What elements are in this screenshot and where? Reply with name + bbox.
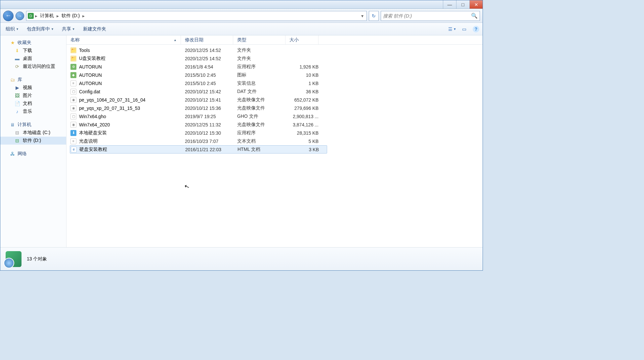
sidebar-item-drive-c[interactable]: ⊟ 本地磁盘 (C:)	[0, 129, 66, 137]
header-date[interactable]: 修改日期	[181, 35, 233, 44]
item-label: 文档	[23, 101, 32, 107]
sidebar-computer-header[interactable]: 🖥 计算机	[0, 121, 66, 129]
help-icon: ?	[473, 26, 479, 32]
sidebar-item-music[interactable]: ♪ 音乐	[0, 108, 66, 115]
file-type: GHO 文件	[237, 113, 289, 119]
explorer-window: — □ ✕ ← → D ▸ 计算机 ▸ 软件 (D:) ▸ ▾ ↻ 🔍 组织 ▼…	[0, 0, 483, 271]
share-button[interactable]: 共享 ▼	[59, 25, 78, 33]
file-size: 2,900,813 ...	[289, 114, 322, 119]
file-row[interactable]: ⚙AUTORUN2016/1/8 4:54应用程序1,926 KB	[66, 63, 483, 71]
preview-pane-button[interactable]: ▭	[459, 24, 469, 34]
sidebar-item-recent[interactable]: ⟳ 最近访问的位置	[0, 63, 66, 70]
file-name: 本地硬盘安装	[79, 130, 107, 136]
item-label: 图片	[23, 93, 32, 99]
file-area: 名称 ▲ 修改日期 类型 大小 📁Tools2020/12/25 14:52文件…	[66, 35, 483, 247]
file-list[interactable]: 📁Tools2020/12/25 14:52文件夹📁U盘安装教程2020/12/…	[66, 45, 483, 247]
sidebar-library-header[interactable]: 🗂 库	[0, 76, 66, 84]
file-type: 安装信息	[237, 80, 289, 86]
sidebar-favorites-header[interactable]: ★ 收藏夹	[0, 39, 66, 47]
maximize-button[interactable]: □	[456, 0, 469, 9]
file-size: 1 KB	[289, 81, 322, 86]
file-date: 2016/11/21 22:03	[185, 147, 237, 152]
computer-label: 计算机	[18, 122, 31, 128]
file-type-icon: ◉	[70, 97, 76, 103]
file-type: 文本文档	[237, 138, 289, 144]
file-row[interactable]: 📁U盘安装教程2020/12/25 14:52文件夹	[66, 54, 483, 63]
file-name: Config.dat	[79, 89, 100, 94]
picture-icon: 🖼	[14, 93, 20, 98]
file-row[interactable]: ≡光盘说明2016/10/23 7:07文本文档5 KB	[66, 137, 483, 145]
toolbar-right: ☰ ▼ ▭ ?	[448, 24, 481, 34]
header-size[interactable]: 大小	[285, 35, 319, 44]
file-date: 2016/1/8 4:54	[185, 64, 237, 69]
file-date: 2019/9/7 19:25	[185, 114, 237, 119]
file-row[interactable]: ◉Win7x64_20202020/12/25 11:32光盘映像文件3,874…	[66, 120, 483, 129]
sidebar-computer-group: 🖥 计算机 ⊟ 本地磁盘 (C:) ⊟ 软件 (D:)	[0, 121, 66, 145]
nav-back-button[interactable]: ←	[3, 11, 14, 21]
file-type-icon: 📁	[70, 47, 76, 53]
new-folder-button[interactable]: 新建文件夹	[80, 25, 109, 33]
search-icon[interactable]: 🔍	[471, 13, 478, 19]
file-size: 1,926 KB	[289, 64, 322, 69]
file-name: Win7x64_2020	[79, 122, 110, 127]
breadcrumb-arrow-icon: ▸	[34, 13, 38, 19]
help-button[interactable]: ?	[471, 24, 481, 34]
sidebar-library-group: 🗂 库 ▶ 视频 🖼 图片 📄 文档 ♪ 音乐	[0, 76, 66, 115]
new-folder-label: 新建文件夹	[83, 26, 106, 32]
content-area: ★ 收藏夹 ⬇ 下载 ▬ 桌面 ⟳ 最近访问的位置 🗂	[0, 35, 483, 247]
chevron-down-icon: ▼	[16, 27, 19, 31]
file-row[interactable]: e硬盘安装教程2016/11/21 22:03HTML 文档3 KB	[70, 145, 327, 154]
file-row[interactable]: ◉pe_yqs_1064_20_07_31_16_042020/10/12 15…	[66, 96, 483, 104]
file-type: HTML 文档	[237, 147, 290, 153]
address-dropdown-icon[interactable]: ▾	[359, 13, 365, 19]
file-name: Win7x64.gho	[79, 114, 106, 119]
sidebar: ★ 收藏夹 ⬇ 下载 ▬ 桌面 ⟳ 最近访问的位置 🗂	[0, 35, 66, 247]
sidebar-item-drive-d[interactable]: ⊟ 软件 (D:)	[0, 137, 66, 145]
sidebar-item-downloads[interactable]: ⬇ 下载	[0, 47, 66, 55]
file-date: 2020/12/25 14:52	[185, 56, 237, 61]
file-type-icon: ▢	[70, 113, 76, 119]
sidebar-item-documents[interactable]: 📄 文档	[0, 100, 66, 108]
file-type-icon: ◆	[70, 72, 76, 78]
header-name[interactable]: 名称 ▲	[66, 35, 181, 44]
sidebar-network-header[interactable]: 🖧 网络	[0, 150, 66, 158]
minimize-button[interactable]: —	[443, 0, 456, 9]
file-size: 36 KB	[289, 89, 322, 94]
breadcrumb-drive[interactable]: 软件 (D:)	[60, 12, 81, 20]
sidebar-item-desktop[interactable]: ▬ 桌面	[0, 55, 66, 63]
close-button[interactable]: ✕	[469, 0, 483, 9]
file-row[interactable]: ◆AUTORUN2015/5/10 2:45图标10 KB	[66, 71, 483, 79]
file-name: pe_yqs_1064_20_07_31_16_04	[79, 97, 146, 103]
file-row[interactable]: ⬇本地硬盘安装2020/10/12 15:30应用程序28,315 KB	[66, 129, 483, 137]
sidebar-item-videos[interactable]: ▶ 视频	[0, 84, 66, 92]
file-row[interactable]: ◉pe_yqs_xp_20_07_31_15_532020/10/12 15:3…	[66, 104, 483, 112]
organize-button[interactable]: 组织 ▼	[2, 25, 22, 33]
organize-label: 组织	[6, 26, 15, 32]
header-name-label: 名称	[70, 37, 80, 43]
address-bar[interactable]: D ▸ 计算机 ▸ 软件 (D:) ▸ ▾	[26, 11, 367, 21]
breadcrumb-arrow-icon: ▸	[82, 13, 85, 19]
header-type[interactable]: 类型	[233, 35, 285, 44]
file-type-icon: e	[71, 147, 77, 153]
refresh-button[interactable]: ↻	[369, 11, 379, 21]
file-row[interactable]: ▢Config.dat2020/10/12 15:42DAT 文件36 KB	[66, 87, 483, 96]
file-row[interactable]: ≡AUTORUN2015/5/10 2:45安装信息1 KB	[66, 79, 483, 87]
column-headers: 名称 ▲ 修改日期 类型 大小	[66, 35, 483, 45]
network-icon: 🖧	[10, 151, 16, 157]
nav-forward-button[interactable]: →	[16, 12, 24, 20]
search-box[interactable]: 🔍	[381, 11, 480, 21]
file-row[interactable]: ▢Win7x64.gho2019/9/7 19:25GHO 文件2,900,81…	[66, 112, 483, 120]
file-size: 28,315 KB	[289, 130, 322, 136]
file-type-icon: ≡	[70, 80, 76, 86]
file-row[interactable]: 📁Tools2020/12/25 14:52文件夹	[66, 46, 483, 54]
item-label: 桌面	[23, 56, 32, 62]
view-options-button[interactable]: ☰ ▼	[448, 24, 457, 34]
search-input[interactable]	[383, 13, 471, 19]
include-library-button[interactable]: 包含到库中 ▼	[23, 25, 57, 33]
file-type-icon: 📁	[70, 56, 76, 62]
file-name: AUTORUN	[79, 81, 102, 86]
favorites-label: 收藏夹	[18, 40, 31, 46]
breadcrumb-computer[interactable]: 计算机	[39, 12, 55, 20]
file-type: 光盘映像文件	[237, 97, 289, 103]
sidebar-item-pictures[interactable]: 🖼 图片	[0, 92, 66, 100]
